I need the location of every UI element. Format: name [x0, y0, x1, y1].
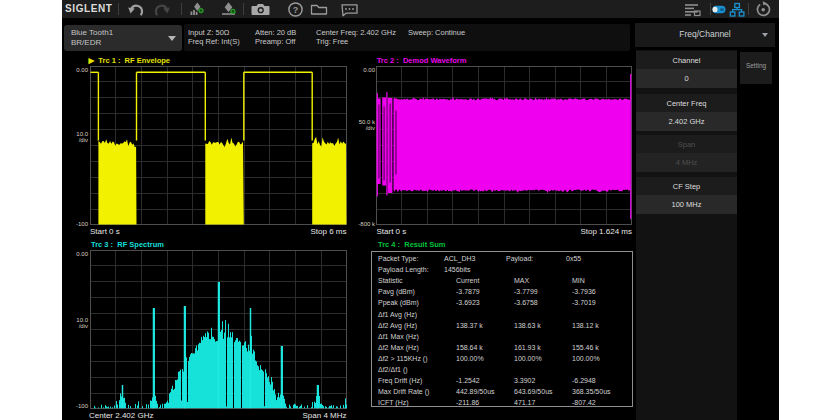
svg-text:?: ?: [293, 5, 299, 15]
